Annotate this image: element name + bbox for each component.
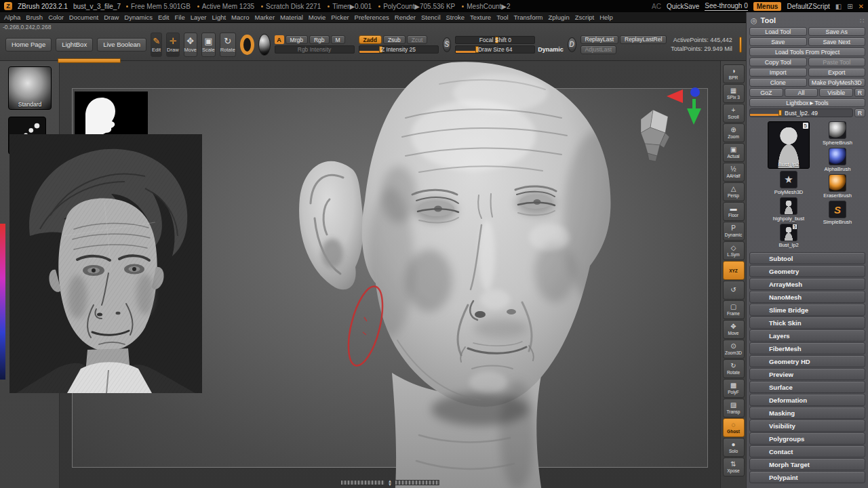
scroll-handle-right[interactable] bbox=[395, 480, 439, 485]
shelf-toggle-button[interactable]: ◑ BPR bbox=[723, 64, 745, 83]
menu-item[interactable]: Light bbox=[209, 14, 229, 21]
subpalette-header[interactable]: Polygroups bbox=[749, 432, 865, 445]
menu-item[interactable]: Material bbox=[277, 14, 306, 21]
menu-item[interactable]: File bbox=[172, 14, 187, 21]
canvas-scroll-handle[interactable] bbox=[58, 58, 121, 63]
clone-button[interactable]: Clone bbox=[749, 78, 807, 87]
subpalette-header[interactable]: FiberMesh bbox=[749, 342, 865, 354]
goz-visible-button[interactable]: Visible bbox=[819, 88, 853, 97]
draw-mode-button[interactable]: ✛ Draw bbox=[166, 33, 180, 57]
home-page-button[interactable]: Home Page bbox=[5, 38, 52, 52]
close-icon[interactable]: ✕ bbox=[859, 3, 864, 10]
shelf-toggle-button[interactable]: ↻ Rotate bbox=[723, 359, 745, 378]
live-boolean-button[interactable]: Live Boolean bbox=[97, 38, 146, 52]
shelf-toggle-button[interactable]: ½ AAHalf bbox=[723, 163, 745, 182]
subpalette-header[interactable]: Subtool bbox=[749, 252, 865, 264]
palette-drag-icon[interactable]: ∷ bbox=[860, 17, 864, 24]
z-intensity-slider[interactable]: Z Intensity 25 bbox=[359, 45, 439, 54]
default-zscript-button[interactable]: DefaultZScript bbox=[787, 3, 829, 10]
tool-thumbnail[interactable]: PolyMesh3D bbox=[774, 171, 804, 195]
lightbox-tools-button[interactable]: Lightbox►Tools bbox=[749, 98, 865, 107]
menu-item[interactable]: Tool bbox=[494, 14, 511, 21]
depth-badge-icon[interactable]: D bbox=[568, 37, 576, 52]
rotate-mode-button[interactable]: ↻ Rotate bbox=[220, 33, 236, 57]
tool-thumbnail[interactable]: SphereBrush bbox=[823, 121, 852, 146]
zsub-button[interactable]: Zsub bbox=[383, 35, 406, 44]
menu-item[interactable]: Dynamics bbox=[121, 14, 155, 21]
menu-item[interactable]: Picker bbox=[328, 14, 351, 21]
shelf-toggle-button[interactable]: △ Persp bbox=[723, 182, 745, 201]
subpalette-header[interactable]: Layers bbox=[749, 329, 865, 342]
save-as-button[interactable]: Save As bbox=[808, 27, 866, 36]
reference-image[interactable] bbox=[9, 134, 202, 393]
tool-thumbnail[interactable]: 5 Bust_lp2 bbox=[778, 224, 798, 248]
menu-item[interactable]: Layer bbox=[188, 14, 210, 21]
lightbox-button[interactable]: LightBox bbox=[56, 38, 93, 52]
slider-handle[interactable] bbox=[778, 110, 782, 116]
adjust-last-button[interactable]: AdjustLast bbox=[580, 45, 617, 54]
subpalette-header[interactable]: NanoMesh bbox=[749, 291, 865, 303]
scroll-handle-left[interactable] bbox=[340, 480, 385, 485]
scroll-arrows-icon[interactable]: ▲▼ bbox=[388, 479, 392, 486]
tool-index-slider[interactable]: Bust_lp2. 49 bbox=[749, 108, 853, 117]
save-button[interactable]: Save bbox=[749, 37, 807, 46]
tool-thumbnail[interactable]: SimpleBrush bbox=[823, 201, 852, 225]
menu-item[interactable]: Stroke bbox=[443, 14, 467, 21]
dynamic-mode-toggle[interactable]: Dynamic bbox=[538, 46, 564, 53]
rgb-button[interactable]: Rgb bbox=[309, 35, 330, 44]
current-brush-thumbnail[interactable]: Standard bbox=[8, 66, 52, 110]
shelf-toggle-button[interactable]: ▩ PolyF bbox=[723, 379, 745, 398]
load-tool-button[interactable]: Load Tool bbox=[749, 27, 807, 36]
move-mode-button[interactable]: ✥ Move bbox=[184, 33, 197, 57]
menu-item[interactable]: Render bbox=[392, 14, 418, 21]
zcut-button[interactable]: Zcut bbox=[407, 35, 428, 44]
replay-last-button[interactable]: ReplayLast bbox=[580, 35, 619, 44]
menu-item[interactable]: Document bbox=[66, 14, 101, 21]
zadd-button[interactable]: Zadd bbox=[359, 35, 382, 44]
copy-tool-button[interactable]: Copy Tool bbox=[749, 58, 807, 66]
import-button[interactable]: Import bbox=[749, 68, 807, 77]
shelf-toggle-button[interactable]: ◌ Ghost bbox=[723, 418, 745, 437]
shelf-toggle-button[interactable]: ✥ Move bbox=[723, 320, 745, 339]
rgb-intensity-slider[interactable]: Rgb Intensity bbox=[275, 45, 355, 54]
grid-icon[interactable]: ⊞ bbox=[847, 3, 852, 10]
goz-all-button[interactable]: All bbox=[785, 88, 818, 97]
menu-item[interactable]: Zscript bbox=[572, 14, 597, 21]
alpha-preview[interactable] bbox=[75, 92, 148, 135]
color-picker-gradient[interactable] bbox=[0, 224, 5, 380]
subpalette-header[interactable]: Geometry bbox=[749, 265, 865, 277]
tray-resize-handle[interactable] bbox=[739, 37, 742, 53]
tool-thumbnail[interactable]: highpoly_bust bbox=[773, 197, 804, 222]
menu-item[interactable]: Transform bbox=[511, 14, 546, 21]
shelf-toggle-button[interactable]: ↺ bbox=[723, 281, 745, 300]
shelf-toggle-button[interactable]: ▦ SPix 3 bbox=[723, 84, 745, 103]
menus-toggle[interactable]: Menus bbox=[753, 2, 782, 11]
menu-item[interactable]: Preferences bbox=[352, 14, 392, 21]
replay-last-rel-button[interactable]: ReplayLastRel bbox=[620, 35, 667, 44]
menu-item[interactable]: Edit bbox=[155, 14, 172, 21]
draw-size-slider[interactable]: Draw Size 64 bbox=[455, 45, 535, 54]
shelf-toggle-button[interactable]: ◇ L.Sym bbox=[723, 241, 745, 260]
export-button[interactable]: Export bbox=[808, 68, 866, 77]
window-split-icon[interactable]: ◧ bbox=[835, 3, 842, 10]
tool-slider-r-button[interactable]: R bbox=[854, 108, 865, 117]
menu-item[interactable]: Help bbox=[597, 14, 616, 21]
shelf-toggle-button[interactable]: ⊙ Zoom3D bbox=[723, 340, 745, 359]
menu-item[interactable]: Marker bbox=[252, 14, 278, 21]
subpalette-header[interactable]: Morph Target bbox=[749, 458, 865, 470]
subpalette-header[interactable]: Geometry HD bbox=[749, 355, 865, 367]
shelf-toggle-button[interactable]: + Scroll bbox=[723, 104, 745, 123]
mrgb-button[interactable]: Mrgb bbox=[285, 35, 308, 44]
brush-alpha-preview-icon[interactable] bbox=[240, 35, 254, 55]
goz-r-button[interactable]: R bbox=[854, 88, 865, 97]
subpalette-header[interactable]: Slime Bridge bbox=[749, 304, 865, 316]
quicksave-button[interactable]: QuickSave bbox=[667, 3, 699, 10]
scale-mode-button[interactable]: ▣ Scale bbox=[201, 33, 216, 57]
menu-item[interactable]: Texture bbox=[467, 14, 494, 21]
menu-item[interactable]: Alpha bbox=[1, 14, 23, 21]
subpalette-header[interactable]: Deformation bbox=[749, 394, 865, 406]
subpalette-header[interactable]: Polypaint bbox=[749, 471, 865, 483]
active-tool-thumbnail[interactable]: 5 Bust_lp2 bbox=[768, 121, 810, 169]
palette-menu-icon[interactable]: ◎ bbox=[751, 16, 757, 25]
menu-item[interactable]: Draw bbox=[101, 14, 121, 21]
